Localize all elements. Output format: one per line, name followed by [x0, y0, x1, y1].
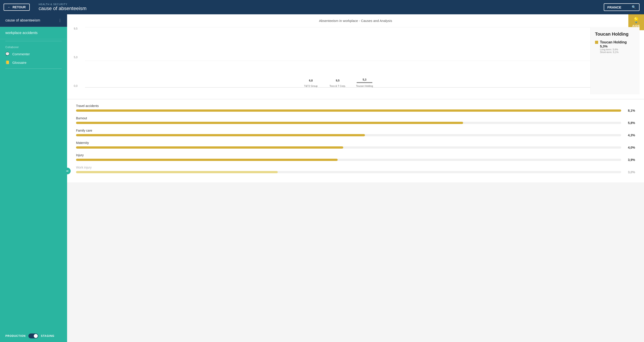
hbar-row-burnout: Burnout5,8%	[76, 116, 322, 125]
back-label: RETOUR	[12, 5, 26, 9]
hbar-row-work-injury: Work injury3,0%	[76, 166, 322, 171]
header-title: cause of absenteeism	[39, 6, 322, 12]
header-section: Health & Security	[39, 3, 322, 6]
sidebar-item-commenter[interactable]: 💬 Commenter	[0, 50, 67, 58]
back-arrow-icon: ←	[8, 5, 11, 9]
bar-value-t2: 6,8	[309, 79, 313, 82]
y-axis-labels: 9,5 5,0 0,0	[74, 27, 78, 88]
sidebar-item-cause-of-absenteeism[interactable]: cause of absenteeism ⋮	[0, 14, 67, 27]
hbar-inner-burnout: 5,8%	[76, 121, 322, 125]
glossaire-label: Glossaire	[12, 61, 26, 65]
sidebar-item-glossaire[interactable]: 📒 Glossaire	[0, 58, 67, 67]
header-title-area: Health & Security cause of absenteeism	[39, 3, 322, 12]
hbar-inner-work-injury: 3,0%	[76, 170, 322, 171]
chart-section: 💡 AIDE Absenteeism in workplace - Causes…	[67, 14, 322, 99]
y-label-top: 9,5	[74, 27, 78, 30]
hbar-track-family-care	[76, 134, 322, 136]
hbar-row-injury: Injury3,9%	[76, 153, 322, 162]
chart-title: Absenteeism in workplace - Causes and An…	[72, 19, 322, 23]
sidebar-item-label: workplace accidents	[5, 31, 38, 35]
hbar-label-family-care: Family care	[76, 129, 322, 132]
hbar-fill-burnout	[76, 122, 322, 124]
hbar-row-maternity: Maternity4,0%	[76, 141, 322, 149]
chart-container: 9,5 5,0 0,0 6,8 T&T2 Group	[72, 27, 322, 94]
sidebar-divider-2	[5, 69, 62, 69]
sidebar-item-label: cause of absenteeism	[5, 18, 40, 22]
bar-group: 6,8 T&T2 Group 9,5 Toco & T Corp. 5,3	[85, 27, 322, 88]
hbar-label-burnout: Burnout	[76, 116, 322, 120]
y-label-bot: 0,0	[74, 84, 78, 88]
main-content: 💡 AIDE Absenteeism in workplace - Causes…	[67, 14, 322, 171]
bar-t2-group[interactable]: 6,8 T&T2 Group	[298, 79, 322, 88]
sidebar-item-workplace-accidents[interactable]: workplace accidents	[0, 27, 67, 39]
hbar-label-injury: Injury	[76, 153, 322, 157]
hbar-track-burnout	[76, 122, 322, 124]
sidebar-divider	[5, 41, 62, 41]
commenter-icon: 💬	[5, 52, 10, 56]
hbar-fill-travel-accidents	[76, 109, 322, 112]
y-label-mid: 5,0	[74, 56, 78, 59]
hbar-inner-injury: 3,9%	[76, 158, 322, 162]
hbar-label-maternity: Maternity	[76, 141, 322, 145]
hbar-label-work-injury: Work injury	[76, 166, 322, 169]
hbar-row-family-care: Family care4,3%	[76, 129, 322, 137]
hbar-fill-maternity	[76, 146, 322, 149]
hbar-track-travel-accidents	[76, 109, 322, 112]
collapse-icon: ≪	[66, 169, 69, 171]
glossaire-icon: 📒	[5, 61, 10, 65]
hbar-track-injury	[76, 159, 322, 161]
hbar-inner-maternity: 4,0%	[76, 146, 322, 149]
commenter-label: Commenter	[12, 52, 30, 56]
hbar-inner-travel-accidents: 8,1%	[76, 109, 322, 112]
top-header: ← RETOUR Health & Security cause of abse…	[0, 0, 322, 14]
hbar-label-travel-accidents: Travel accidents	[76, 104, 322, 108]
horizontal-bars-section: Travel accidents8,1%Burnout5,8%Family ca…	[67, 100, 322, 171]
chart-area: 9,5 5,0 0,0 6,8 T&T2 Group	[72, 27, 322, 94]
sidebar: cause of absenteeism ⋮ workplace acciden…	[0, 14, 67, 171]
hbar-inner-family-care: 4,3%	[76, 133, 322, 137]
hbar-row-travel-accidents: Travel accidents8,1%	[76, 104, 322, 112]
back-button[interactable]: ← RETOUR	[4, 4, 30, 11]
hbar-fill-injury	[76, 159, 322, 161]
hbar-track-maternity	[76, 146, 322, 149]
sidebar-section-collaborer: Collaborer	[0, 43, 67, 50]
bar-label-t2: T&T2 Group	[304, 84, 318, 88]
share-icon[interactable]: ⋮	[58, 18, 62, 23]
hbar-fill-family-care	[76, 134, 322, 136]
